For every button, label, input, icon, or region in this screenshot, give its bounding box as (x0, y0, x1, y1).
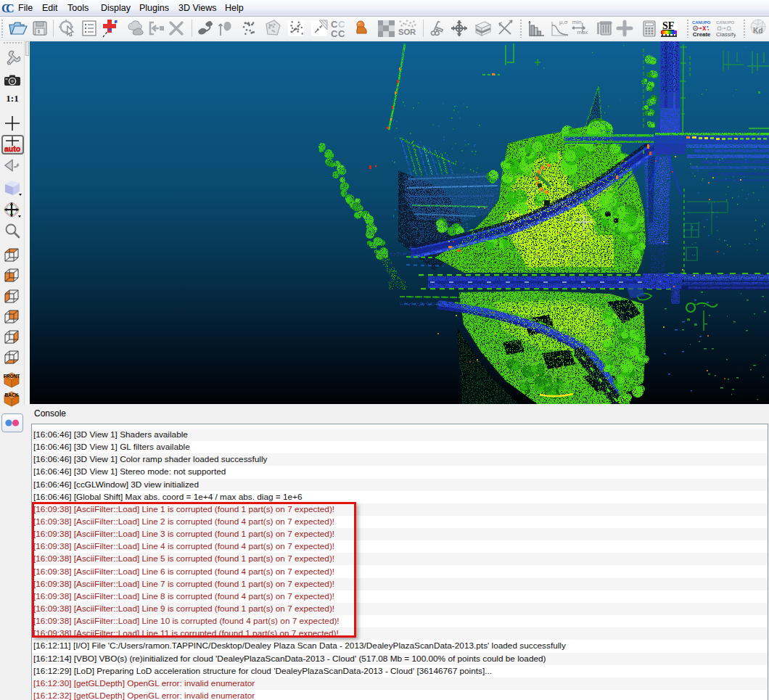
svg-text:C: C (331, 28, 338, 38)
svg-text:max: max (577, 29, 588, 36)
svg-text:Classify: Classify (716, 31, 736, 38)
svg-text:CANUPO: CANUPO (692, 20, 711, 25)
svg-text:C: C (6, 2, 15, 15)
svg-text:FRONT: FRONT (4, 374, 20, 379)
svg-text:SOR: SOR (398, 28, 416, 36)
svg-text:BACK: BACK (5, 392, 19, 398)
svg-text:C: C (338, 28, 345, 38)
svg-text:CANUPO: CANUPO (716, 20, 735, 25)
svg-text:SF: SF (662, 20, 674, 31)
svg-text:min: min (572, 19, 582, 25)
svg-text:Create: Create (693, 31, 711, 38)
svg-text:1:1: 1:1 (6, 93, 18, 104)
svg-text:μ,σ: μ,σ (559, 19, 568, 25)
svg-text:auto: auto (4, 144, 20, 153)
svg-text:Kd: Kd (753, 27, 762, 35)
